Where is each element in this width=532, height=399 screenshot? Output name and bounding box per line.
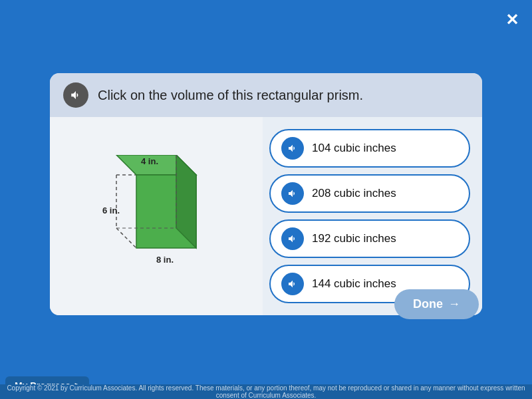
question-speaker-button[interactable] xyxy=(63,82,88,108)
answer-button-1[interactable]: 104 cubic inches xyxy=(269,129,470,168)
answer-label-2: 208 cubic inches xyxy=(312,187,396,200)
answer-label-4: 144 cubic inches xyxy=(312,277,396,291)
answer-speaker-3[interactable] xyxy=(281,227,304,250)
prism-diagram: 4 in. 6 in. 8 in. xyxy=(80,155,233,278)
svg-text:4 in.: 4 in. xyxy=(141,156,158,166)
answer-button-2[interactable]: 208 cubic inches xyxy=(269,174,470,213)
answer-speaker-4[interactable] xyxy=(281,273,304,295)
answer-button-3[interactable]: 192 cubic inches xyxy=(269,219,470,258)
answer-label-3: 192 cubic inches xyxy=(312,232,396,245)
speaker-icon xyxy=(287,279,298,289)
answers-area: 104 cubic inches 208 cubic inches 192 cu… xyxy=(263,117,482,315)
speaker-icon xyxy=(287,233,298,244)
done-button[interactable]: Done → xyxy=(394,289,479,319)
shape-area: 4 in. 6 in. 8 in. xyxy=(50,117,263,315)
svg-text:6 in.: 6 in. xyxy=(102,205,120,215)
question-header: Click on the volume of this rectangular … xyxy=(50,73,482,117)
close-button[interactable]: ✕ xyxy=(505,11,519,29)
main-card: Click on the volume of this rectangular … xyxy=(50,73,482,315)
svg-text:8 in.: 8 in. xyxy=(156,255,174,265)
done-arrow-icon: → xyxy=(448,297,460,311)
speaker-icon xyxy=(287,188,298,199)
content-area: 4 in. 6 in. 8 in. 104 cubic inches xyxy=(50,117,482,315)
svg-line-2 xyxy=(116,228,136,248)
question-text: Click on the volume of this rectangular … xyxy=(98,88,363,103)
speaker-icon xyxy=(287,143,298,154)
answer-label-1: 104 cubic inches xyxy=(312,142,396,155)
copyright-bar: Copyright © 2021 by Curriculum Associate… xyxy=(0,384,532,399)
done-label: Done xyxy=(413,297,443,311)
answer-speaker-2[interactable] xyxy=(281,182,304,205)
speaker-icon xyxy=(70,89,82,101)
copyright-text: Copyright © 2021 by Curriculum Associate… xyxy=(0,384,532,399)
answer-speaker-1[interactable] xyxy=(281,137,304,160)
